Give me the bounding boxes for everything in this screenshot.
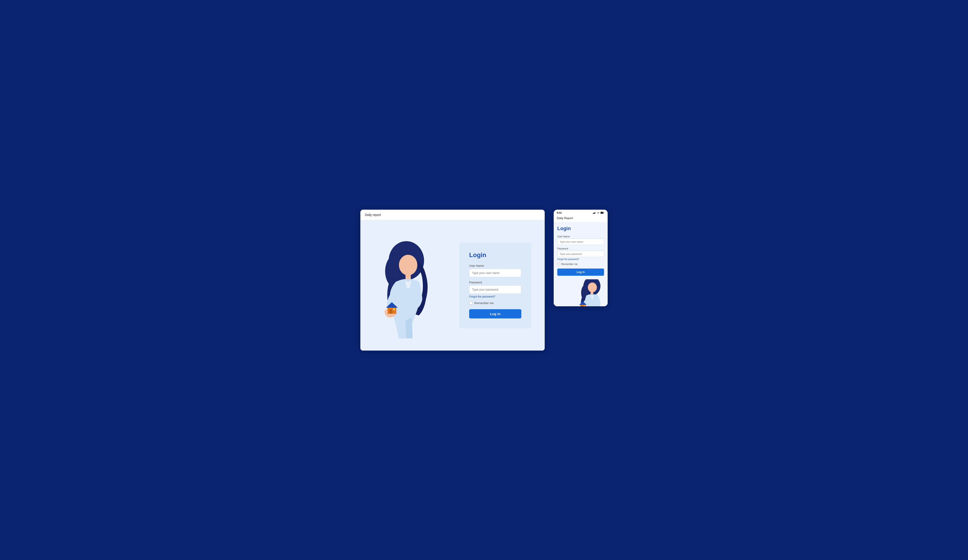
desktop-password-input[interactable] [469, 285, 521, 294]
svg-point-18 [588, 282, 597, 292]
desktop-card-body: Login User Name Password Forgot the pass… [360, 220, 545, 351]
mobile-remember-checkbox[interactable] [557, 263, 560, 265]
desktop-remember-label: Remember me [474, 302, 494, 305]
svg-rect-12 [595, 212, 596, 214]
desktop-remember-row: Remember me [469, 302, 521, 305]
svg-rect-8 [393, 308, 395, 310]
desktop-app-title: Daily report [365, 213, 381, 217]
mobile-remember-row: Remember me [557, 263, 604, 265]
desktop-card: Daily report [360, 210, 545, 351]
desktop-username-input[interactable] [469, 269, 521, 277]
svg-rect-14 [601, 212, 603, 214]
mobile-forgot-link[interactable]: Forgot the password? [557, 258, 604, 260]
desktop-password-label: Password [469, 281, 521, 284]
svg-rect-19 [590, 292, 593, 295]
desktop-remember-checkbox[interactable] [469, 302, 472, 305]
desktop-card-header: Daily report [360, 210, 545, 220]
page-wrapper: Daily report [360, 210, 608, 351]
desktop-login-panel: Login User Name Password Forgot the pass… [459, 242, 531, 328]
mobile-login-title: Login [557, 225, 604, 232]
svg-point-2 [399, 255, 418, 275]
mobile-status-icons [593, 212, 605, 214]
svg-rect-24 [583, 305, 585, 306]
desktop-login-button[interactable]: Log in [469, 309, 521, 318]
signal-icon [593, 212, 596, 214]
mobile-username-label: User Name [557, 235, 604, 238]
desktop-login-title: Login [469, 252, 521, 258]
svg-rect-23 [582, 306, 583, 306]
svg-rect-11 [594, 212, 595, 214]
mobile-username-input[interactable] [557, 239, 604, 245]
desktop-illustration [360, 220, 449, 351]
mobile-time: 9:41 [557, 212, 562, 214]
mobile-app-header: Daily Report [554, 215, 608, 222]
mobile-password-label: Password [557, 247, 604, 250]
wifi-icon [597, 212, 600, 214]
mobile-illustration [554, 279, 608, 306]
mobile-status-bar: 9:41 [554, 210, 608, 215]
svg-rect-9 [593, 213, 593, 214]
mobile-password-input[interactable] [557, 251, 604, 257]
battery-icon [600, 212, 605, 214]
mobile-app-title: Daily Report [557, 216, 573, 220]
desktop-username-label: User Name [469, 264, 521, 267]
mobile-login-button[interactable]: Log in [557, 268, 604, 276]
mobile-body: Login User Name Password Forgot the pass… [554, 222, 608, 279]
svg-rect-7 [390, 309, 392, 314]
svg-rect-3 [406, 274, 411, 279]
svg-rect-10 [594, 212, 594, 214]
mobile-card: 9:41 [554, 210, 608, 306]
desktop-forgot-link[interactable]: Forgot the password? [469, 295, 521, 298]
mobile-remember-label: Remember me [561, 263, 578, 265]
